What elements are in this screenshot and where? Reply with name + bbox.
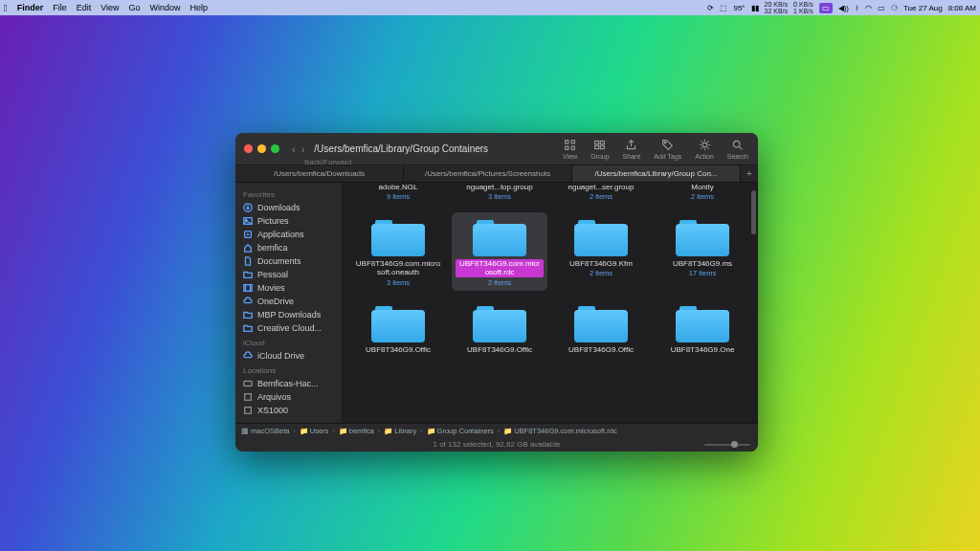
svg-rect-0 xyxy=(566,140,568,143)
folder-icon xyxy=(473,302,526,342)
folder-item[interactable]: UBF8T346G9.com.microsoft.oneauth3 items xyxy=(350,212,446,290)
path-seg[interactable]: 📁 UBF8T346G9.com.microsoft.rdc xyxy=(503,427,617,435)
tray-app-icon[interactable]: ▭ xyxy=(819,3,833,13)
sidebar-section-title: Locations xyxy=(235,363,342,377)
menu-edit[interactable]: Edit xyxy=(77,3,92,12)
bluetooth-icon[interactable]: ᚼ xyxy=(855,4,859,12)
sidebar-item-home[interactable]: bemfica xyxy=(235,241,342,254)
svg-rect-17 xyxy=(245,394,252,401)
folder-item[interactable]: UBF8T346G9.Offic xyxy=(553,298,649,358)
svg-rect-16 xyxy=(244,382,252,386)
back-forward-label: Back/Forward xyxy=(304,158,351,166)
apple-menu[interactable]:  xyxy=(4,3,8,13)
network-stats-1[interactable]: 20 KB/s32 KB/s xyxy=(765,1,789,14)
sidebar-item-downloads[interactable]: Downloads xyxy=(235,201,342,214)
zoom-slider[interactable] xyxy=(704,444,750,446)
sidebar-item-creative-cloud[interactable]: Creative Cloud... xyxy=(235,321,342,335)
menu-view[interactable]: View xyxy=(100,3,119,12)
sidebar-section-title: Favorites xyxy=(235,187,342,201)
time[interactable]: 8:08 AM xyxy=(948,4,976,12)
forward-button[interactable]: › xyxy=(301,143,305,155)
svg-rect-5 xyxy=(601,141,605,143)
menu-file[interactable]: File xyxy=(53,3,67,12)
battery-icon[interactable]: ▮▮ xyxy=(751,4,759,12)
folder-icon xyxy=(574,216,628,256)
sidebar-item-pictures[interactable]: Pictures xyxy=(235,214,342,228)
folder-icon xyxy=(676,216,729,256)
path-seg[interactable]: ▦ macOSBeta xyxy=(241,427,289,435)
sidebar-item-location[interactable]: XS1000 xyxy=(235,404,342,417)
search-button[interactable]: Search xyxy=(727,139,748,160)
svg-rect-1 xyxy=(571,140,574,143)
svg-point-9 xyxy=(702,143,707,147)
folder-item[interactable]: UBF8T346G9.ms17 items xyxy=(655,212,750,290)
sidebar-item-location[interactable]: Arquivos xyxy=(235,390,342,404)
path-seg[interactable]: 📁 Group Containers xyxy=(427,427,494,435)
svg-point-8 xyxy=(665,142,667,143)
menu-window[interactable]: Window xyxy=(150,3,181,12)
svg-rect-2 xyxy=(566,146,568,149)
folder-item[interactable]: adobe.NGL9 items xyxy=(350,183,446,205)
tab[interactable]: /Users/bemfica/Pictures/Screenshots xyxy=(404,165,572,182)
temperature[interactable]: 95° xyxy=(733,4,745,12)
status-bar: 1 of 132 selected, 92,82 GB available xyxy=(235,437,758,452)
svg-point-10 xyxy=(734,141,741,147)
wifi-icon[interactable]: ◠ xyxy=(865,4,872,12)
folder-item-selected[interactable]: UBF8T346G9.com.microsoft.rdc2 items xyxy=(452,212,547,290)
maximize-button[interactable] xyxy=(271,144,279,153)
network-stats-2[interactable]: 0 KB/s1 KB/s xyxy=(793,1,813,14)
tags-button[interactable]: Add Tags xyxy=(654,139,681,160)
menu-go[interactable]: Go xyxy=(129,3,141,12)
app-name[interactable]: Finder xyxy=(17,3,44,12)
sidebar-item-applications[interactable]: Applications xyxy=(235,228,342,241)
svg-rect-7 xyxy=(601,145,605,148)
path-bar[interactable]: ▦ macOSBeta› 📁 Users› 📁 bemfica› 📁 Libra… xyxy=(235,423,758,437)
tab[interactable]: /Users/bemfica/Downloads xyxy=(235,165,404,182)
file-grid[interactable]: adobe.NGL9 items nguaget...top.group3 it… xyxy=(343,183,758,423)
path-seg[interactable]: 📁 Library xyxy=(384,427,416,435)
folder-item[interactable]: UBF8T346G9.One xyxy=(655,298,750,358)
folder-item[interactable]: nguaget...top.group3 items xyxy=(452,183,547,205)
sidebar-item-mbp-downloads[interactable]: MBP Downloads xyxy=(235,308,342,321)
menubar:  Finder File Edit View Go Window Help ⟳… xyxy=(0,0,980,15)
view-button[interactable]: View xyxy=(563,139,577,160)
status-text: 1 of 132 selected, 92,82 GB available xyxy=(434,440,561,449)
sidebar-item-location[interactable]: Bemficas-Hac... xyxy=(235,377,342,390)
sidebar-item-documents[interactable]: Documents xyxy=(235,254,342,268)
action-button[interactable]: Action xyxy=(695,139,713,160)
tray-icon[interactable]: ⟳ xyxy=(707,4,714,12)
minimize-button[interactable] xyxy=(257,144,266,153)
sidebar-item-movies[interactable]: Movies xyxy=(235,281,342,295)
sidebar-item-onedrive[interactable]: OneDrive xyxy=(235,295,342,308)
folder-item[interactable]: UBF8T346G9.Kfm2 items xyxy=(553,212,649,290)
svg-rect-3 xyxy=(571,146,574,149)
control-center-icon[interactable]: ⚆ xyxy=(891,4,898,12)
svg-rect-6 xyxy=(595,145,599,148)
scrollbar[interactable] xyxy=(751,190,756,234)
sidebar-section-title: iCloud xyxy=(235,335,342,349)
folder-item[interactable]: UBF8T346G9.Offic xyxy=(350,298,446,358)
folder-item[interactable]: UBF8T346G9.Offic xyxy=(452,298,547,358)
tray-icon[interactable]: ⬚ xyxy=(720,4,727,12)
battery-icon[interactable]: ▭ xyxy=(878,4,885,12)
folder-item[interactable]: nguaget...ser.group2 items xyxy=(553,183,649,205)
tab-bar: /Users/bemfica/Downloads /Users/bemfica/… xyxy=(235,165,758,183)
new-tab-button[interactable]: + xyxy=(741,165,758,182)
group-button[interactable]: Group xyxy=(590,139,609,160)
date[interactable]: Tue 27 Aug xyxy=(903,4,943,12)
share-button[interactable]: Share xyxy=(623,139,641,160)
sidebar: Favorites Downloads Pictures Application… xyxy=(235,183,343,423)
path-seg[interactable]: 📁 Users xyxy=(300,427,329,435)
sidebar-item-icloud[interactable]: iCloud Drive xyxy=(235,349,342,363)
back-button[interactable]: ‹ xyxy=(292,143,296,155)
volume-icon[interactable]: ◀)) xyxy=(838,4,849,12)
close-button[interactable] xyxy=(244,144,253,153)
folder-icon xyxy=(371,302,425,342)
menu-help[interactable]: Help xyxy=(190,3,209,12)
path-seg[interactable]: 📁 bemfica xyxy=(339,427,374,435)
finder-window[interactable]: ‹ › /Users/bemfica/Library/Group Contain… xyxy=(235,133,758,452)
folder-icon xyxy=(676,302,729,342)
folder-item[interactable]: Monity2 items xyxy=(655,183,750,205)
tab[interactable]: /Users/bemfica/Library/Group Con... xyxy=(572,165,741,182)
sidebar-item-pessoal[interactable]: Pessoal xyxy=(235,268,342,281)
